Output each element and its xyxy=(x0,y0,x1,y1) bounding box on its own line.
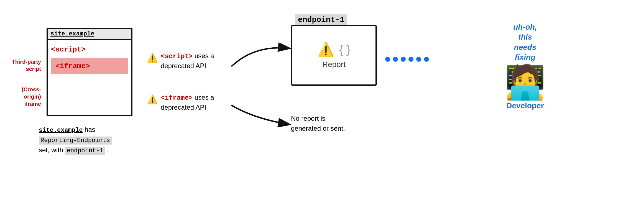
warning-script: ⚠️ <script> uses adeprecated API xyxy=(147,51,214,70)
diagram: Third-party script (Cross-origin)iframe … xyxy=(0,0,644,211)
dot-4 xyxy=(408,57,413,62)
iframe-tag: <iframe> xyxy=(51,58,128,74)
warning-icon-1: ⚠️ xyxy=(147,52,158,64)
developer-label: Developer xyxy=(506,101,544,110)
dot-2 xyxy=(393,57,398,62)
dot-3 xyxy=(401,57,406,62)
report-label: Report xyxy=(322,60,346,69)
dot-5 xyxy=(416,57,421,62)
developer-section: uh-oh,thisneedsfixing 🧑‍💻 Developer xyxy=(504,22,546,110)
warning-iframe: ⚠️ <iframe> uses adeprecated API xyxy=(147,93,214,112)
browser-title: site.example xyxy=(48,29,131,40)
dot-1 xyxy=(385,57,390,62)
endpoint-label: endpoint-1 xyxy=(295,14,347,25)
script-tag: <script> xyxy=(51,43,128,56)
warning-icon-2: ⚠️ xyxy=(147,93,158,106)
warning-text-1: <script> uses adeprecated API xyxy=(161,51,214,70)
endpoint-icons: ⚠️ { } xyxy=(318,42,350,57)
description-text: site.example has Reporting-Endpoints set… xyxy=(39,125,112,155)
dotted-line xyxy=(385,57,429,62)
developer-emoji: 🧑‍💻 xyxy=(504,65,546,99)
uh-oh-text: uh-oh,thisneedsfixing xyxy=(513,22,537,63)
warning-icon-endpoint: ⚠️ xyxy=(318,42,334,57)
dot-6 xyxy=(424,57,429,62)
json-icon: { } xyxy=(339,43,350,56)
warning-text-2: <iframe> uses adeprecated API xyxy=(161,93,214,112)
no-report-text: No report isgenerated or sent. xyxy=(291,114,345,133)
endpoint-box: ⚠️ { } Report xyxy=(291,25,377,86)
browser-box: site.example <script> <iframe> xyxy=(47,28,132,116)
third-party-label: Third-party script xyxy=(5,58,41,73)
cross-origin-label: (Cross-origin)iframe xyxy=(5,86,41,107)
